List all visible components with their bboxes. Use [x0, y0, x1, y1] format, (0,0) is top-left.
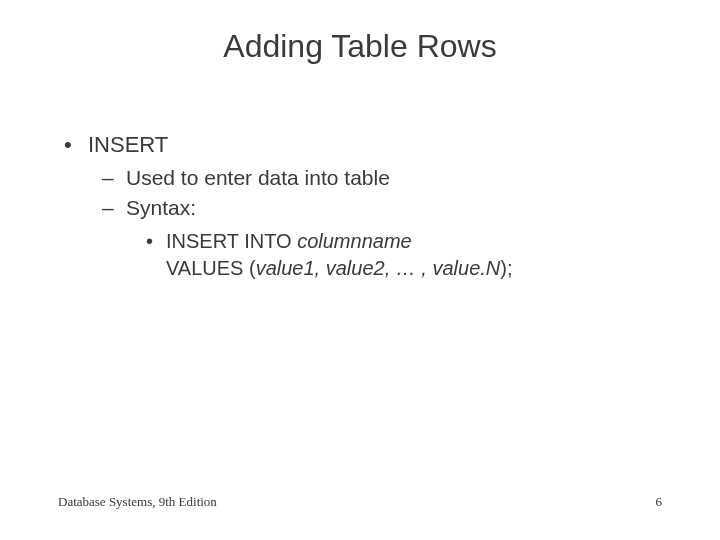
bullet-text: );	[500, 257, 512, 279]
bullet-text: VALUES (	[166, 257, 256, 279]
slide: Adding Table Rows INSERT Used to enter d…	[0, 0, 720, 540]
bullet-text: INSERT INTO	[166, 230, 297, 252]
italic-text: columnname	[297, 230, 412, 252]
footer-source: Database Systems, 9th Edition	[58, 494, 217, 510]
bullet-level2: Syntax:	[58, 194, 662, 222]
bullet-level3: INSERT INTO columnname	[58, 228, 662, 255]
bullet-text: Syntax:	[126, 196, 196, 219]
slide-title: Adding Table Rows	[0, 28, 720, 65]
bullet-text: Used to enter data into table	[126, 166, 390, 189]
bullet-level1: INSERT	[58, 130, 662, 160]
italic-text: value1, value2, … , value.N	[256, 257, 501, 279]
bullet-level2: Used to enter data into table	[58, 164, 662, 192]
bullet-text: INSERT	[88, 132, 168, 157]
page-number: 6	[656, 494, 663, 510]
bullet-level3-continuation: VALUES (value1, value2, … , value.N);	[58, 255, 662, 282]
slide-content: INSERT Used to enter data into table Syn…	[58, 130, 662, 282]
